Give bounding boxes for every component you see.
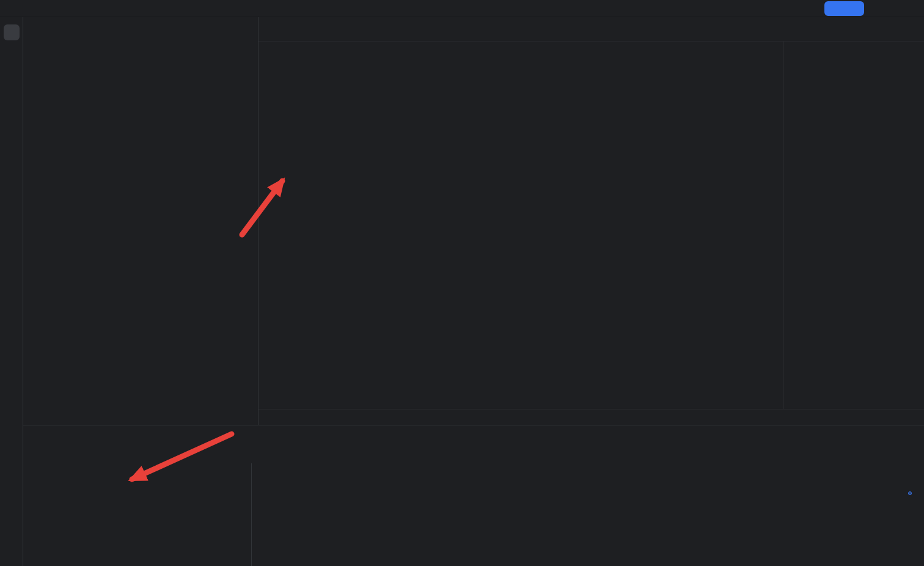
project-panel xyxy=(23,17,258,425)
console-scroll-rail xyxy=(908,469,912,502)
left-toolbar xyxy=(0,17,23,566)
commit-tool-icon[interactable] xyxy=(4,55,20,71)
error-stripe[interactable] xyxy=(914,42,924,409)
run-panel-header xyxy=(23,425,924,445)
breadcrumbs[interactable] xyxy=(258,409,924,425)
run-configuration[interactable] xyxy=(824,1,864,16)
code-area[interactable] xyxy=(258,42,924,409)
run-panel xyxy=(23,425,924,566)
git-tool-icon[interactable] xyxy=(4,543,20,559)
run-tool-icon[interactable] xyxy=(4,471,20,487)
run-panel-toolbar xyxy=(23,445,924,463)
structure-tool-icon[interactable] xyxy=(4,86,20,101)
test-console[interactable] xyxy=(252,463,924,566)
editor-tab-bar xyxy=(258,17,924,42)
title-bar xyxy=(0,0,924,17)
right-margin-guide xyxy=(783,42,783,409)
problems-tool-icon[interactable] xyxy=(4,513,20,529)
editor xyxy=(258,17,924,425)
services-tool-icon[interactable] xyxy=(4,116,20,132)
more-tools-icon[interactable] xyxy=(4,147,20,163)
project-tool-icon[interactable] xyxy=(4,24,20,40)
project-panel-header[interactable] xyxy=(23,17,258,43)
test-tree xyxy=(23,463,252,566)
project-tree xyxy=(23,43,258,425)
terminal-tool-icon[interactable] xyxy=(4,441,20,457)
scroll-to-end-icon[interactable] xyxy=(908,491,912,495)
